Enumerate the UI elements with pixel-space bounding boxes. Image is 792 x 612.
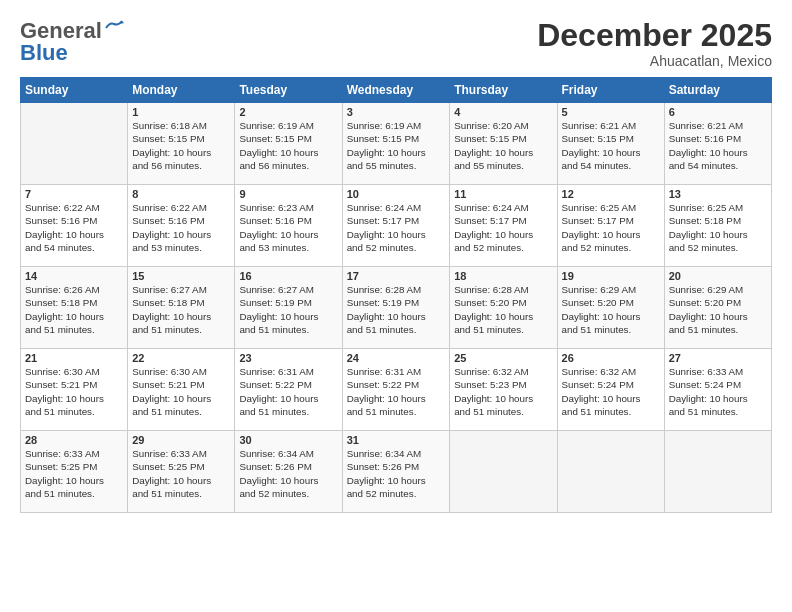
day-info: Sunrise: 6:29 AMSunset: 5:20 PMDaylight:… [669,283,767,336]
day-info: Sunrise: 6:21 AMSunset: 5:15 PMDaylight:… [562,119,660,172]
title-block: December 2025 Ahuacatlan, Mexico [537,18,772,69]
day-number: 5 [562,106,660,118]
day-number: 6 [669,106,767,118]
calendar-cell: 23Sunrise: 6:31 AMSunset: 5:22 PMDayligh… [235,349,342,431]
day-number: 10 [347,188,446,200]
calendar-cell: 10Sunrise: 6:24 AMSunset: 5:17 PMDayligh… [342,185,450,267]
calendar-cell: 24Sunrise: 6:31 AMSunset: 5:22 PMDayligh… [342,349,450,431]
day-number: 16 [239,270,337,282]
calendar-cell: 28Sunrise: 6:33 AMSunset: 5:25 PMDayligh… [21,431,128,513]
day-number: 7 [25,188,123,200]
calendar-week-3: 14Sunrise: 6:26 AMSunset: 5:18 PMDayligh… [21,267,772,349]
calendar-cell: 6Sunrise: 6:21 AMSunset: 5:16 PMDaylight… [664,103,771,185]
day-info: Sunrise: 6:28 AMSunset: 5:20 PMDaylight:… [454,283,552,336]
calendar-cell: 4Sunrise: 6:20 AMSunset: 5:15 PMDaylight… [450,103,557,185]
calendar-cell: 1Sunrise: 6:18 AMSunset: 5:15 PMDaylight… [128,103,235,185]
day-info: Sunrise: 6:30 AMSunset: 5:21 PMDaylight:… [132,365,230,418]
calendar-cell: 2Sunrise: 6:19 AMSunset: 5:15 PMDaylight… [235,103,342,185]
day-info: Sunrise: 6:30 AMSunset: 5:21 PMDaylight:… [25,365,123,418]
day-info: Sunrise: 6:33 AMSunset: 5:24 PMDaylight:… [669,365,767,418]
calendar-cell: 3Sunrise: 6:19 AMSunset: 5:15 PMDaylight… [342,103,450,185]
calendar-week-2: 7Sunrise: 6:22 AMSunset: 5:16 PMDaylight… [21,185,772,267]
col-saturday: Saturday [664,78,771,103]
calendar-cell: 26Sunrise: 6:32 AMSunset: 5:24 PMDayligh… [557,349,664,431]
day-number: 18 [454,270,552,282]
calendar-cell: 16Sunrise: 6:27 AMSunset: 5:19 PMDayligh… [235,267,342,349]
day-number: 13 [669,188,767,200]
calendar-week-1: 1Sunrise: 6:18 AMSunset: 5:15 PMDaylight… [21,103,772,185]
calendar-cell: 27Sunrise: 6:33 AMSunset: 5:24 PMDayligh… [664,349,771,431]
day-number: 1 [132,106,230,118]
day-number: 23 [239,352,337,364]
day-info: Sunrise: 6:33 AMSunset: 5:25 PMDaylight:… [25,447,123,500]
day-info: Sunrise: 6:19 AMSunset: 5:15 PMDaylight:… [239,119,337,172]
calendar-table: Sunday Monday Tuesday Wednesday Thursday… [20,77,772,513]
day-info: Sunrise: 6:34 AMSunset: 5:26 PMDaylight:… [239,447,337,500]
day-info: Sunrise: 6:32 AMSunset: 5:23 PMDaylight:… [454,365,552,418]
calendar-week-5: 28Sunrise: 6:33 AMSunset: 5:25 PMDayligh… [21,431,772,513]
calendar-cell: 15Sunrise: 6:27 AMSunset: 5:18 PMDayligh… [128,267,235,349]
day-info: Sunrise: 6:29 AMSunset: 5:20 PMDaylight:… [562,283,660,336]
calendar-cell: 19Sunrise: 6:29 AMSunset: 5:20 PMDayligh… [557,267,664,349]
calendar-cell [664,431,771,513]
day-info: Sunrise: 6:33 AMSunset: 5:25 PMDaylight:… [132,447,230,500]
day-info: Sunrise: 6:25 AMSunset: 5:17 PMDaylight:… [562,201,660,254]
header: General Blue December 2025 Ahuacatlan, M… [20,18,772,69]
day-info: Sunrise: 6:27 AMSunset: 5:18 PMDaylight:… [132,283,230,336]
day-info: Sunrise: 6:23 AMSunset: 5:16 PMDaylight:… [239,201,337,254]
day-number: 25 [454,352,552,364]
day-info: Sunrise: 6:20 AMSunset: 5:15 PMDaylight:… [454,119,552,172]
day-info: Sunrise: 6:31 AMSunset: 5:22 PMDaylight:… [347,365,446,418]
day-number: 31 [347,434,446,446]
day-number: 8 [132,188,230,200]
day-number: 15 [132,270,230,282]
day-number: 17 [347,270,446,282]
day-number: 30 [239,434,337,446]
day-info: Sunrise: 6:27 AMSunset: 5:19 PMDaylight:… [239,283,337,336]
calendar-cell: 7Sunrise: 6:22 AMSunset: 5:16 PMDaylight… [21,185,128,267]
day-info: Sunrise: 6:22 AMSunset: 5:16 PMDaylight:… [25,201,123,254]
col-thursday: Thursday [450,78,557,103]
day-number: 22 [132,352,230,364]
location-subtitle: Ahuacatlan, Mexico [537,53,772,69]
day-info: Sunrise: 6:32 AMSunset: 5:24 PMDaylight:… [562,365,660,418]
day-number: 4 [454,106,552,118]
calendar-cell: 22Sunrise: 6:30 AMSunset: 5:21 PMDayligh… [128,349,235,431]
day-number: 24 [347,352,446,364]
col-sunday: Sunday [21,78,128,103]
day-info: Sunrise: 6:24 AMSunset: 5:17 PMDaylight:… [454,201,552,254]
logo: General Blue [20,18,124,66]
calendar-cell: 20Sunrise: 6:29 AMSunset: 5:20 PMDayligh… [664,267,771,349]
calendar-cell: 14Sunrise: 6:26 AMSunset: 5:18 PMDayligh… [21,267,128,349]
calendar-cell [450,431,557,513]
day-info: Sunrise: 6:19 AMSunset: 5:15 PMDaylight:… [347,119,446,172]
logo-blue: Blue [20,40,68,66]
calendar-cell: 8Sunrise: 6:22 AMSunset: 5:16 PMDaylight… [128,185,235,267]
day-number: 28 [25,434,123,446]
calendar-cell: 17Sunrise: 6:28 AMSunset: 5:19 PMDayligh… [342,267,450,349]
col-tuesday: Tuesday [235,78,342,103]
calendar-cell [557,431,664,513]
day-info: Sunrise: 6:24 AMSunset: 5:17 PMDaylight:… [347,201,446,254]
calendar-cell: 29Sunrise: 6:33 AMSunset: 5:25 PMDayligh… [128,431,235,513]
page: General Blue December 2025 Ahuacatlan, M… [0,0,792,612]
calendar-cell: 5Sunrise: 6:21 AMSunset: 5:15 PMDaylight… [557,103,664,185]
col-wednesday: Wednesday [342,78,450,103]
calendar-cell: 21Sunrise: 6:30 AMSunset: 5:21 PMDayligh… [21,349,128,431]
day-number: 21 [25,352,123,364]
calendar-cell: 31Sunrise: 6:34 AMSunset: 5:26 PMDayligh… [342,431,450,513]
day-info: Sunrise: 6:26 AMSunset: 5:18 PMDaylight:… [25,283,123,336]
day-number: 12 [562,188,660,200]
calendar-cell: 30Sunrise: 6:34 AMSunset: 5:26 PMDayligh… [235,431,342,513]
header-row: Sunday Monday Tuesday Wednesday Thursday… [21,78,772,103]
calendar-week-4: 21Sunrise: 6:30 AMSunset: 5:21 PMDayligh… [21,349,772,431]
day-info: Sunrise: 6:34 AMSunset: 5:26 PMDaylight:… [347,447,446,500]
day-number: 19 [562,270,660,282]
calendar-cell: 12Sunrise: 6:25 AMSunset: 5:17 PMDayligh… [557,185,664,267]
calendar-cell [21,103,128,185]
month-title: December 2025 [537,18,772,53]
day-info: Sunrise: 6:31 AMSunset: 5:22 PMDaylight:… [239,365,337,418]
calendar-cell: 13Sunrise: 6:25 AMSunset: 5:18 PMDayligh… [664,185,771,267]
calendar-cell: 18Sunrise: 6:28 AMSunset: 5:20 PMDayligh… [450,267,557,349]
day-number: 9 [239,188,337,200]
